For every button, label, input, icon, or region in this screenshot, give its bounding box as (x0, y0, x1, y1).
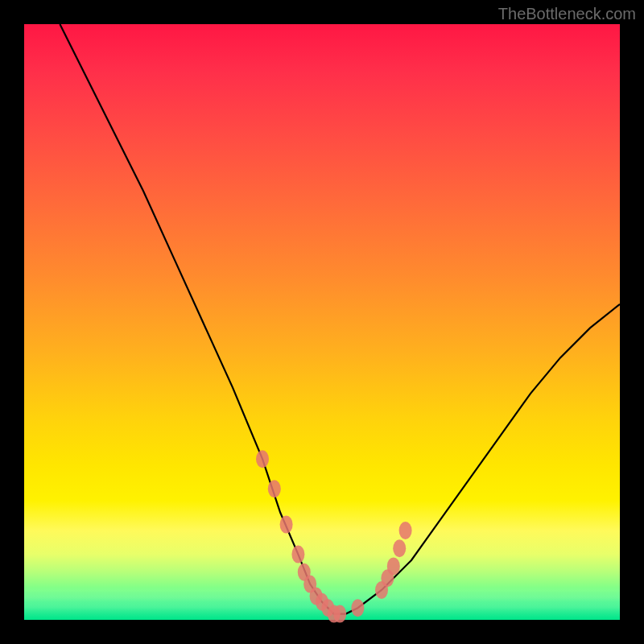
highlight-dot (393, 539, 406, 557)
bottleneck-curve (60, 24, 620, 614)
curve-layer (24, 24, 620, 620)
highlight-dot (333, 605, 346, 623)
watermark-text: TheBottleneck.com (498, 5, 636, 23)
highlight-dot (291, 546, 304, 564)
highlight-dot (268, 480, 281, 497)
plot-area (24, 24, 620, 620)
highlight-dots (256, 450, 412, 622)
highlight-dot (351, 599, 364, 617)
highlight-dot (280, 516, 293, 534)
highlight-dot (256, 450, 269, 468)
highlight-dot (387, 557, 400, 575)
highlight-dot (399, 522, 412, 539)
chart-frame: TheBottleneck.com (0, 0, 644, 644)
